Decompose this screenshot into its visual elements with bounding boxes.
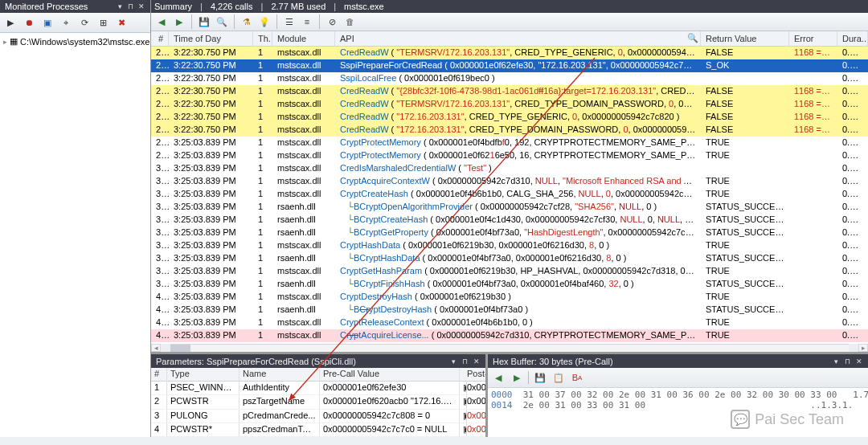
grid-rows[interactable]: 213:22:30.750 PM1mstscax.dllCredReadW ( … xyxy=(151,47,868,344)
hex-title: Hex Buffer: 30 bytes (Pre-Call) ▾ ⊓ ✕ xyxy=(488,354,868,368)
process-tree[interactable]: ▸ ▦ C:\Windows\system32\mstsc.exe xyxy=(0,33,150,437)
params-cell: 0x00000005942c7c7c0 = C xyxy=(464,423,485,437)
dropdown-icon[interactable]: ▾ xyxy=(449,357,458,366)
params-cell: PCWSTR xyxy=(167,395,240,409)
h-scrollbar[interactable]: ◂ ▸ xyxy=(151,344,868,352)
table-row[interactable]: 323:25:03.839 PM1mstscax.dllCryptCreateH… xyxy=(151,188,868,201)
pin-icon[interactable]: ⊓ xyxy=(126,2,135,11)
lightbulb-icon[interactable]: 💡 xyxy=(257,14,272,29)
search-icon[interactable]: 🔍 xyxy=(687,33,697,43)
close-icon[interactable]: ✕ xyxy=(472,357,481,366)
table-row[interactable]: 403:25:03.839 PM1mstscax.dllCryptDestroy… xyxy=(151,291,868,304)
table-row[interactable]: 363:25:03.839 PM1mstscax.dllCryptHashDat… xyxy=(151,239,868,252)
exe-icon: ▦ xyxy=(10,36,18,47)
expand-icon[interactable]: ▸ xyxy=(3,38,7,46)
hex-toolbar: ◀ ▶ 💾 📋 BA xyxy=(488,368,868,388)
collapse-icon[interactable]: ≡ xyxy=(300,14,314,29)
params-cell: 3 xyxy=(151,410,167,423)
params-cell: 2 xyxy=(151,395,167,409)
nav-back-icon[interactable]: ◀ xyxy=(154,14,169,29)
col-error[interactable]: Error xyxy=(789,31,837,46)
delete-icon[interactable]: 🗑 xyxy=(342,14,357,29)
tree-root-label: C:\Windows\system32\mstsc.exe xyxy=(20,37,149,47)
params-col[interactable]: Post-Call Value xyxy=(464,368,485,382)
treeview-icon[interactable]: ☰ xyxy=(282,14,297,29)
summary-process: mstsc.exe xyxy=(344,2,384,11)
params-col[interactable]: Pre-Call Value xyxy=(320,368,460,382)
params-cell: AuthIdentity xyxy=(240,382,320,395)
scroll-thumb[interactable] xyxy=(170,345,190,352)
table-row[interactable]: 213:22:30.750 PM1mstscax.dllCredReadW ( … xyxy=(151,47,868,59)
params-grid[interactable]: #TypeNamePre-Call Value▣Post-Call Value▣… xyxy=(151,368,485,437)
params-cell: 0x000001e0f62efe30 xyxy=(320,382,460,395)
scroll-right-icon[interactable]: ▸ xyxy=(858,344,868,352)
pin-icon[interactable]: ⊓ xyxy=(461,357,469,366)
refresh-icon[interactable]: ⟳ xyxy=(77,15,92,30)
find-icon[interactable]: 🔍 xyxy=(215,14,229,29)
params-title: Parameters: SspiPrepareForCredRead (Sspi… xyxy=(151,354,485,368)
col-duration[interactable]: Dura... xyxy=(837,31,868,46)
table-row[interactable]: 263:22:30.750 PM1mstscax.dllCredReadW ( … xyxy=(151,111,868,124)
table-row[interactable]: 333:25:03.839 PM1rsaenh.dll └BCryptOpenA… xyxy=(151,201,868,214)
params-col[interactable]: # xyxy=(151,368,167,382)
table-row[interactable]: 253:22:30.750 PM1mstscax.dllCredReadW ( … xyxy=(151,98,868,111)
table-row[interactable]: 233:22:30.750 PM1mstscax.dllSspiLocalFre… xyxy=(151,72,868,85)
left-toolbar: ▶ ⏺ ▣ ⌖ ⟳ ⊞ ✖ xyxy=(0,13,150,33)
params-cell: pCredmanCrede... xyxy=(240,410,320,423)
stop-icon[interactable]: ▣ xyxy=(40,15,55,30)
save-hex-icon[interactable]: 💾 xyxy=(533,370,547,385)
table-row[interactable]: 303:25:03.839 PM1mstscax.dllCredIsMarsha… xyxy=(151,162,868,175)
save-icon[interactable]: 💾 xyxy=(197,14,211,29)
table-row[interactable]: 343:25:03.839 PM1rsaenh.dll └BCryptCreat… xyxy=(151,214,868,227)
col-time[interactable]: Time of Day xyxy=(169,31,253,46)
table-row[interactable]: 313:25:03.839 PM1mstscax.dllCryptAcquire… xyxy=(151,175,868,188)
crosshair-icon[interactable]: ⌖ xyxy=(59,15,73,30)
table-row[interactable]: 413:25:03.839 PM1rsaenh.dll └BCryptDestr… xyxy=(151,304,868,316)
params-col[interactable]: Type xyxy=(167,368,240,382)
col-api[interactable]: API🔍 xyxy=(335,31,701,46)
table-row[interactable]: 433:25:03.839 PM1mstscax.dllCryptAcquire… xyxy=(151,329,868,342)
col-return[interactable]: Return Value xyxy=(701,31,789,46)
table-row[interactable]: 243:22:30.750 PM1mstscax.dllCredReadW ( … xyxy=(151,85,868,98)
tree-root[interactable]: ▸ ▦ C:\Windows\system32\mstsc.exe xyxy=(3,35,147,47)
params-cell: 0x00000005942c7c808 = 0 xyxy=(320,410,460,423)
nav-fwd-icon[interactable]: ▶ xyxy=(172,14,186,29)
table-row[interactable]: 423:25:03.839 PM1mstscax.dllCryptRelease… xyxy=(151,316,868,329)
hex-body[interactable]: 0000 31 00 37 00 32 00 2e 00 31 00 36 00… xyxy=(488,388,868,437)
close-icon[interactable]: ✕ xyxy=(854,357,863,366)
dropdown-icon[interactable]: ▾ xyxy=(116,2,125,11)
params-cell: 0x00000005942c7c7c0 = NULL xyxy=(320,423,460,437)
dropdown-icon[interactable]: ▾ xyxy=(832,357,841,366)
summary-calls: 4,226 calls xyxy=(211,2,253,11)
table-row[interactable]: 393:25:03.839 PM1rsaenh.dll └BCryptFinis… xyxy=(151,278,868,291)
pin-icon[interactable]: ⊓ xyxy=(843,357,852,366)
remove-icon[interactable]: ✖ xyxy=(114,15,129,30)
table-row[interactable]: 353:25:03.839 PM1rsaenh.dll └BCryptGetPr… xyxy=(151,227,868,239)
col-module[interactable]: Module xyxy=(272,31,335,46)
copy-icon[interactable]: 📋 xyxy=(551,370,566,385)
record-icon[interactable]: ⏺ xyxy=(22,15,36,30)
funnel-icon[interactable]: ⚗ xyxy=(240,14,254,29)
summary-label[interactable]: Summary xyxy=(154,2,192,11)
table-row[interactable]: 273:22:30.750 PM1mstscax.dllCredReadW ( … xyxy=(151,124,868,137)
col-thread[interactable]: Th... xyxy=(253,31,272,46)
process-icon[interactable]: ⊞ xyxy=(96,15,110,30)
main-toolbar: ◀ ▶ 💾 🔍 ⚗ 💡 ☰ ≡ ⊘ 🗑 xyxy=(151,13,868,31)
params-cell: 1 xyxy=(151,382,167,395)
nav-back-icon[interactable]: ◀ xyxy=(491,370,506,385)
table-row[interactable]: 283:25:03.839 PM1mstscax.dllCryptProtect… xyxy=(151,137,868,149)
params-cell: 4 xyxy=(151,423,167,437)
params-col[interactable]: Name xyxy=(240,368,320,382)
clear-icon[interactable]: ⊘ xyxy=(325,14,339,29)
summary-bar: Summary | 4,226 calls | 2.77 MB used | m… xyxy=(151,0,868,13)
close-icon[interactable]: ✕ xyxy=(137,2,145,11)
table-row[interactable]: 293:25:03.839 PM1mstscax.dllCryptProtect… xyxy=(151,149,868,162)
table-row[interactable]: 223:22:30.750 PM1mstscax.dllSspiPrepareF… xyxy=(151,59,868,72)
scroll-left-icon[interactable]: ◂ xyxy=(151,344,161,352)
add-process-icon[interactable]: ▶ xyxy=(3,15,18,30)
table-row[interactable]: 373:25:03.839 PM1rsaenh.dll └BCryptHashD… xyxy=(151,252,868,265)
col-num[interactable]: # xyxy=(151,31,169,46)
table-row[interactable]: 383:25:03.839 PM1mstscax.dllCryptGetHash… xyxy=(151,265,868,278)
nav-fwd-icon[interactable]: ▶ xyxy=(510,370,524,385)
view-mode-icon[interactable]: BA xyxy=(570,370,584,385)
